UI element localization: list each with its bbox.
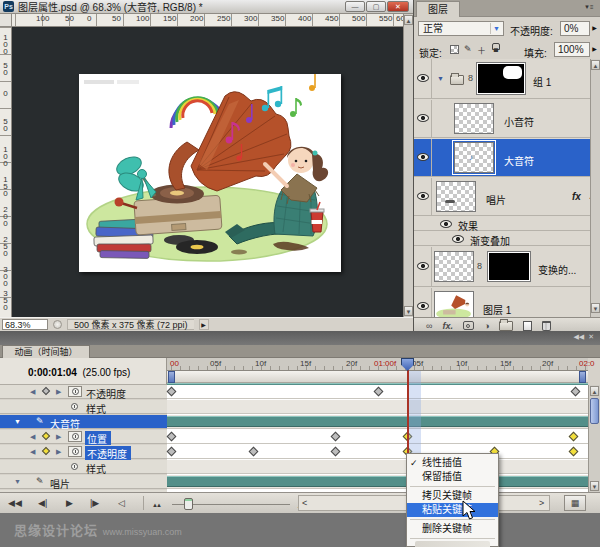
next-keyframe-icon[interactable] [56,448,61,456]
stopwatch-icon[interactable] [72,388,79,395]
keyframe-diamond-selected[interactable] [569,432,579,442]
add-mask-icon[interactable] [463,321,474,330]
play-icon[interactable] [66,498,73,508]
layer-name[interactable]: 变换的... [538,262,576,277]
keyframe-diamond-selected[interactable] [569,447,579,457]
effects-header-row[interactable]: 效果 [414,217,600,231]
stopwatch-icon[interactable] [71,403,78,410]
layer-row-big-note-selected[interactable]: ♪ 大音符 [414,139,600,177]
new-group-icon[interactable] [499,321,513,331]
layer-row-transformed[interactable]: 变换的... [414,247,600,287]
layer-name[interactable]: 组 1 [533,74,551,89]
collapse-icon[interactable] [14,418,21,425]
work-area-bar[interactable] [167,371,588,383]
layer-name[interactable]: 小音符 [504,114,534,129]
scroll-up-icon[interactable] [404,15,413,25]
fill-slider-arrow[interactable] [590,42,599,57]
add-keyframe-icon[interactable] [42,432,50,440]
visibility-eye-icon[interactable] [417,153,429,161]
layer-thumbnail[interactable] [434,251,474,282]
work-area-end-handle[interactable] [579,371,586,383]
menu-item-delete-keyframes[interactable]: 删除关键帧 [407,522,498,536]
mask-link-icon[interactable] [477,261,482,271]
track-position[interactable] [167,430,588,444]
layer-style-icon[interactable]: fx. [442,321,453,331]
canvas-area[interactable] [12,27,403,317]
new-layer-icon[interactable] [523,321,532,331]
mask-link-icon[interactable] [468,73,473,83]
keyframe-diamond[interactable] [571,387,581,397]
fx-badge[interactable]: fx [572,191,581,202]
scroll-down-icon[interactable] [404,306,413,316]
menu-item-hold-interpolation[interactable]: 保留插值 [407,470,498,484]
lock-paint-icon[interactable] [464,44,472,54]
layer-name[interactable]: 唱片 [486,192,506,207]
visibility-eye-icon[interactable] [417,114,429,122]
layer-thumbnail[interactable]: ♪ [454,142,494,173]
track-style2[interactable] [167,460,588,474]
opacity-field[interactable]: 0% [560,21,590,36]
menu-item-linear-interpolation[interactable]: ✓ 线性插值 [407,456,498,470]
prev-keyframe-icon[interactable] [30,388,35,396]
link-layers-icon[interactable] [426,321,432,331]
track-opacity-big-note[interactable] [167,445,588,459]
prev-keyframe-icon[interactable] [30,433,35,441]
timeline-vertical-scrollbar[interactable] [588,385,600,492]
scroll-right-icon[interactable] [539,498,544,508]
next-keyframe-icon[interactable] [56,388,61,396]
document-vertical-scrollbar[interactable] [403,14,413,317]
layer-name[interactable]: 图层 1 [483,302,511,317]
next-keyframe-icon[interactable] [56,433,61,441]
visibility-eye-icon[interactable] [417,74,429,82]
track-label-style[interactable]: 样式 [0,400,167,414]
scroll-down-icon[interactable] [591,303,600,313]
add-keyframe-icon[interactable] [42,387,50,395]
zoom-slider-thumb[interactable] [184,498,193,510]
scroll-up-icon[interactable] [591,60,600,70]
track-label-record[interactable]: 唱片 [0,475,167,489]
layer-duration-bar[interactable] [167,476,588,487]
keyframe-diamond[interactable] [167,432,177,442]
layer-row-layer1[interactable]: 图层 1 [414,288,600,317]
track-record[interactable] [167,475,588,489]
keyframe-diamond[interactable] [331,432,341,442]
layer-row-small-note[interactable]: 小音符 [414,100,600,138]
work-area-start-handle[interactable] [168,371,175,383]
prev-keyframe-icon[interactable] [30,448,35,456]
group-mask-thumbnail[interactable] [476,62,526,95]
add-keyframe-icon[interactable] [42,447,50,455]
menu-item-copy-keyframes[interactable]: 拷贝关键帧 [407,489,498,503]
keyframe-diamond[interactable] [167,387,177,397]
layer-name[interactable]: 大音符 [504,153,534,168]
menu-item-paste-keyframes[interactable]: 粘贴关键帧 [407,503,498,517]
minimize-button[interactable]: — [345,1,365,12]
previous-frame-icon[interactable] [38,498,47,508]
keyframe-diamond[interactable] [331,447,341,457]
audio-toggle-icon[interactable] [118,498,125,508]
layer-mask-thumbnail[interactable] [487,251,531,282]
track-label[interactable]: 样式 [86,461,106,476]
track-label[interactable]: 不透明度 [86,386,126,401]
track-label[interactable]: 大音符 [50,416,80,431]
visibility-eye-icon[interactable] [417,262,429,270]
visibility-eye-icon[interactable] [417,192,429,200]
layer-thumbnail[interactable] [434,291,474,317]
zoom-level-field[interactable]: 68.3% [2,319,48,330]
layer-duration-bar[interactable] [167,416,588,427]
stopwatch-icon[interactable] [71,463,78,470]
adjustment-layer-icon[interactable] [484,321,489,331]
close-button[interactable]: ✕ [387,1,409,12]
keyframe-diamond[interactable] [249,447,259,457]
opacity-slider-arrow[interactable] [590,21,599,36]
timeline-ruler[interactable]: 00 05f 10f 15f 20f 01:00f 05f 10f 15f 20… [167,358,588,371]
visibility-eye-icon[interactable] [440,220,452,228]
track-label-big-note-selected[interactable]: 大音符 [0,415,167,429]
tab-layers[interactable]: 图层 [416,1,460,17]
track-label-opacity-big-note[interactable]: 不透明度 [0,445,167,459]
layer-row-group1[interactable]: 组 1 [414,59,600,99]
scroll-down-icon[interactable] [590,481,599,491]
lock-transparency-icon[interactable] [450,45,459,54]
zoom-out-icon[interactable] [152,502,160,508]
scroll-up-icon[interactable] [590,386,599,396]
track-big-note[interactable] [167,415,588,429]
